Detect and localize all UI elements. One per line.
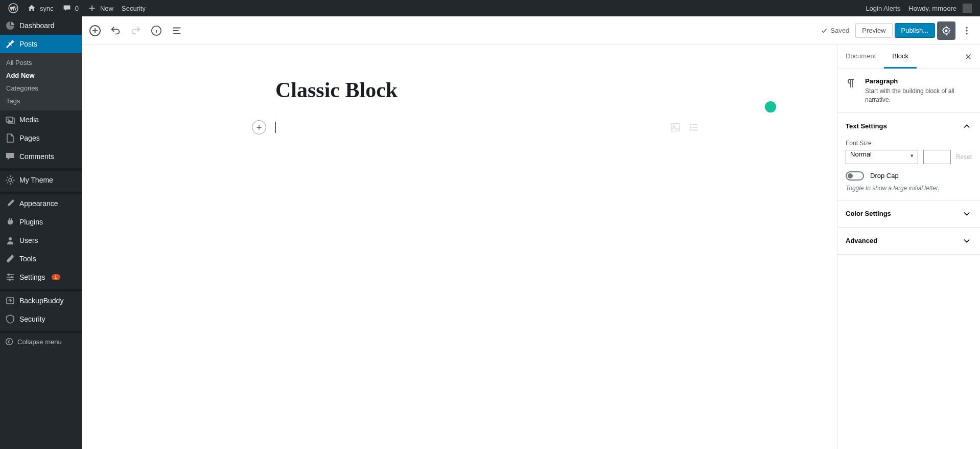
svg-point-15 — [966, 33, 967, 34]
svg-point-12 — [945, 29, 948, 32]
svg-point-5 — [8, 274, 10, 276]
pages-icon — [5, 133, 15, 143]
tab-block[interactable]: Block — [884, 45, 917, 69]
font-size-input[interactable] — [923, 150, 951, 164]
block-shortcuts — [651, 122, 699, 133]
close-settings-button[interactable] — [956, 52, 980, 61]
settings-sidebar: Document Block Paragraph Start with the … — [837, 45, 980, 449]
svg-point-18 — [690, 124, 691, 125]
submenu-all-posts[interactable]: All Posts — [0, 56, 82, 69]
font-size-label: Font Size — [846, 140, 972, 147]
sidebar-item-backupbuddy[interactable]: BackupBuddy — [0, 291, 82, 310]
more-button[interactable] — [958, 21, 976, 40]
image-shortcut-icon[interactable] — [670, 122, 681, 133]
submenu-add-new[interactable]: Add New — [0, 69, 82, 82]
tab-document[interactable]: Document — [837, 45, 884, 69]
svg-point-2 — [8, 119, 9, 120]
gear-icon — [5, 175, 15, 185]
account-link[interactable]: Howdy, mmoore — [904, 0, 976, 16]
svg-point-19 — [690, 127, 691, 128]
chevron-up-icon — [962, 121, 972, 131]
plus-icon — [87, 3, 97, 13]
sidebar-item-settings[interactable]: Settings1 — [0, 268, 82, 286]
undo-button[interactable] — [106, 21, 125, 40]
paragraph-icon — [846, 77, 858, 89]
sidebar-item-dashboard[interactable]: Dashboard — [0, 16, 82, 35]
sidebar-item-media[interactable]: Media — [0, 110, 82, 129]
admin-bar: sync 0 New Security Login Alerts Howdy, … — [0, 0, 980, 16]
drop-cap-label: Drop Cap — [870, 172, 899, 179]
post-title[interactable]: Classic Block — [275, 76, 643, 104]
drop-cap-description: Toggle to show a large initial letter. — [846, 185, 972, 192]
editor: Saved Preview Publish... Classic Block — [82, 16, 980, 449]
comment-count: 0 — [75, 5, 79, 12]
font-size-reset[interactable]: Reset — [956, 153, 972, 161]
wrench-icon — [5, 254, 15, 264]
paragraph-block[interactable] — [275, 120, 643, 135]
sidebar-item-appearance[interactable]: Appearance — [0, 194, 82, 213]
block-name: Paragraph — [865, 77, 972, 85]
sidebar-item-plugins[interactable]: Plugins — [0, 213, 82, 231]
security-link[interactable]: Security — [118, 0, 150, 16]
color-settings-panel-toggle[interactable]: Color Settings — [837, 200, 980, 227]
redo-button[interactable] — [127, 21, 145, 40]
block-description: Start with the building block of all nar… — [865, 87, 972, 104]
sidebar-item-tools[interactable]: Tools — [0, 250, 82, 268]
heading-shortcut-icon[interactable] — [651, 122, 663, 133]
svg-point-20 — [690, 130, 691, 131]
site-link[interactable]: sync — [22, 0, 58, 16]
settings-toggle-button[interactable] — [937, 21, 955, 40]
sidebar-item-pages[interactable]: Pages — [0, 129, 82, 147]
howdy-text: Howdy, mmoore — [908, 5, 956, 12]
sidebar-item-security[interactable]: Security — [0, 310, 82, 328]
svg-point-3 — [9, 178, 12, 182]
outline-button[interactable] — [168, 21, 186, 40]
pin-icon — [5, 39, 15, 49]
avatar — [963, 4, 972, 13]
advanced-panel-toggle[interactable]: Advanced — [837, 228, 980, 254]
grammarly-icon[interactable] — [765, 101, 776, 113]
list-shortcut-icon[interactable] — [688, 122, 699, 133]
save-status: Saved — [820, 27, 849, 35]
posts-submenu: All Posts Add New Categories Tags — [0, 53, 82, 110]
collapse-menu[interactable]: Collapse menu — [0, 333, 82, 350]
sidebar-item-posts[interactable]: Posts — [0, 35, 82, 53]
admin-sidebar: Dashboard Posts All Posts Add New Catego… — [0, 16, 82, 449]
editor-header: Saved Preview Publish... — [82, 16, 980, 45]
new-label: New — [100, 5, 113, 12]
svg-point-14 — [966, 30, 967, 31]
chevron-down-icon — [962, 236, 972, 246]
sidebar-item-users[interactable]: Users — [0, 231, 82, 250]
svg-point-9 — [6, 339, 13, 345]
plug-icon — [5, 217, 15, 227]
publish-button[interactable]: Publish... — [895, 23, 935, 38]
svg-point-6 — [11, 276, 13, 278]
inline-add-block-button[interactable] — [252, 120, 266, 134]
submenu-categories[interactable]: Categories — [0, 82, 82, 95]
submenu-tags[interactable]: Tags — [0, 95, 82, 107]
new-link[interactable]: New — [83, 0, 118, 16]
text-cursor — [275, 122, 276, 133]
text-settings-panel-toggle[interactable]: Text Settings — [837, 113, 980, 140]
preview-button[interactable]: Preview — [855, 23, 892, 38]
info-button[interactable] — [147, 21, 166, 40]
login-alerts-link[interactable]: Login Alerts — [861, 0, 904, 16]
svg-point-13 — [966, 27, 967, 28]
collapse-icon — [5, 338, 13, 346]
drop-cap-toggle[interactable] — [846, 171, 864, 181]
media-icon — [5, 115, 15, 125]
add-block-button[interactable] — [86, 21, 104, 40]
sliders-icon — [5, 272, 15, 282]
chevron-down-icon — [962, 209, 972, 219]
font-size-select[interactable]: Normal — [846, 150, 918, 164]
comments-link[interactable]: 0 — [58, 0, 83, 16]
sidebar-item-mytheme[interactable]: My Theme — [0, 171, 82, 189]
wordpress-icon — [8, 3, 18, 13]
site-name: sync — [40, 5, 54, 12]
dashboard-icon — [5, 20, 15, 31]
wp-logo[interactable] — [4, 0, 22, 16]
sidebar-item-comments[interactable]: Comments — [0, 147, 82, 166]
backup-icon — [5, 296, 15, 306]
editor-canvas[interactable]: Classic Block — [82, 45, 837, 449]
comments-icon — [5, 151, 15, 162]
